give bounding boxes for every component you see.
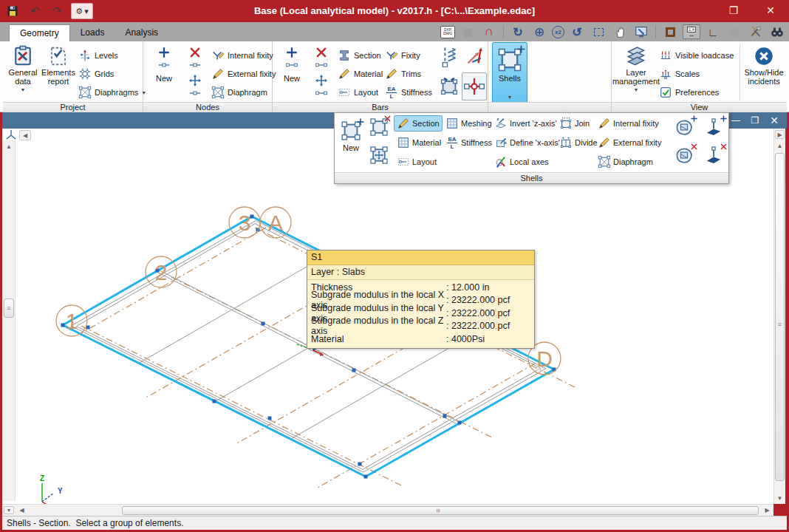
document-restore-button[interactable]: ❐ [747,114,763,127]
diaphragms-button[interactable]: Diaphragms ▼ [78,84,146,100]
flyout-support-add-button[interactable] [700,115,727,140]
horizontal-scrollbar[interactable]: ▾ ◀ ≡ ▶ [2,504,773,516]
bar-section-button[interactable]: Section [338,47,381,64]
flyout-layout-button[interactable]: Layout [394,154,440,170]
horizontal-scrollbar-thumb[interactable]: ≡ [122,506,759,515]
scroll-right-button[interactable]: ▶ [762,506,772,514]
plus-icon [720,115,728,123]
bar-rigid-frame-button[interactable] [437,72,462,100]
bar-layout-button[interactable]: Layout [338,84,378,100]
model-canvas[interactable]: ◀ ▲ ≡ [2,129,773,504]
redraw-button[interactable]: ↺ [568,24,586,39]
bar-trims-button[interactable]: Trims [385,66,421,82]
zoom-extents-button[interactable]: ⊕ [530,24,548,39]
internal-fixity-label: Internal fixity [228,51,273,60]
dimensions-toggle-button[interactable]: 1.4 ↔ [683,24,700,39]
external-fixity-label: External fixity [228,69,276,78]
flyout-diaphragm-button[interactable]: Diaphragm [595,154,656,170]
tab-geometry[interactable]: Geometry [9,24,70,41]
bar-new-button[interactable]: New [277,46,307,83]
flyout-define-x-axis-button[interactable]: Define 'x-axis' [491,134,563,151]
flyout-invert-z-axis-button[interactable]: Invert 'z-axis' [491,115,560,132]
zoom-x2-button[interactable]: x2 [552,26,564,38]
node-new-button[interactable]: New [149,46,179,83]
shell-delete-button[interactable] [366,115,392,140]
flyout-region-add-button[interactable] [671,115,697,140]
flyout-local-axes-button[interactable]: Local axes [491,154,552,170]
flyout-region-delete-button[interactable] [671,143,697,168]
diaphragms-label: Diaphragms [95,88,138,97]
vertical-scrollbar-thumb[interactable]: ≡ [775,153,785,481]
bar-move-button[interactable] [307,74,336,99]
flyout-internal-fixity-button[interactable]: Internal fixity [595,115,662,132]
node-move-button[interactable] [180,74,210,99]
flyout-stiffness-button[interactable]: EA L Stiffness [443,134,495,151]
bar-material-button[interactable]: Material [338,66,383,82]
show-hide-incidents-button[interactable]: Show/Hide incidents [743,43,785,100]
flyout-section-button[interactable]: Section [394,115,443,132]
undo-button[interactable]: ↶ [27,4,43,18]
tools-button[interactable] [747,24,765,39]
bar-fixity-button[interactable]: Fixity [385,47,420,64]
general-data-button[interactable]: General data ▼ [6,43,40,100]
pan-button[interactable] [611,24,629,39]
local-axes-icon [494,155,508,168]
grids-button[interactable]: Grids [78,66,114,82]
flyout-material-button[interactable]: Material [394,134,444,151]
dynamic-rotate-button[interactable]: ↻ [509,24,527,39]
visible-loadcase-button[interactable]: Visible loadcase [659,47,734,64]
close-button[interactable]: ✕ [758,1,783,19]
scroll-down-button[interactable]: ▼ [775,494,785,502]
preferences-button[interactable]: Preferences [659,84,719,100]
panel-expand-button[interactable]: ▶ [775,130,785,139]
vertical-scrollbar[interactable]: ▶ ▲ ≡ ▼ [773,129,785,504]
bar-stiffness-button[interactable]: EA L Stiffness [385,84,432,100]
scales-button[interactable]: Scales [659,66,700,82]
diaphragm-icon [211,86,225,99]
redo-button[interactable]: ↷ [49,4,65,18]
tab-loads[interactable]: Loads [70,24,115,41]
fit-view-button[interactable] [632,24,650,39]
flyout-external-fixity-button[interactable]: External fixity [595,134,664,151]
scroll-up-button[interactable]: ▲ [775,141,785,150]
bar-delete-button[interactable] [307,46,336,71]
layer-management-button[interactable]: Layer management ▼ [616,43,656,100]
flyout-support-delete-button[interactable] [700,143,727,168]
flyout-divide-button[interactable]: Divide [556,134,601,151]
dxf-dwg-export-button[interactable]: DXFDWG [440,26,455,38]
shell-move-button[interactable] [366,143,392,168]
split-view-button[interactable]: ▾ [4,506,14,514]
flyout-join-button[interactable]: Join [556,115,592,132]
document-minimize-button[interactable]: — [728,114,744,127]
zoom-window-button[interactable] [590,24,607,39]
elements-report-button[interactable]: Elements report [41,43,75,100]
plus-icon [285,46,298,59]
node-diaphragm-button[interactable]: Diaphragm [211,84,267,100]
document-close-button[interactable]: ✕ [766,114,782,127]
tooltip-row: Subgrade modulus in the local Z axis: 23… [311,320,530,333]
angle-display-button[interactable]: ∟ [704,24,722,39]
quick-access-settings-button[interactable]: ⚙▾ [71,3,93,19]
node-delete-button[interactable] [180,46,210,71]
node-internal-fixity-button[interactable]: Internal fixity [211,47,273,64]
restore-button[interactable]: ❐ [721,1,746,19]
ribbon-group-project: General data ▼ Elements report Levels Gr… [3,41,143,112]
tab-analysis[interactable]: Analysis [115,24,168,41]
shell-new-button[interactable]: New [338,115,364,157]
layer-management-label: Layer management [612,68,660,86]
bar-trim-extend-button[interactable] [437,43,462,71]
flyout-meshing-button[interactable]: Meshing [443,115,495,132]
scroll-left-button[interactable]: ◀ [17,506,27,514]
status-message: Shells - Section. Select a group of elem… [7,518,183,528]
bar-intersection-node-button[interactable] [462,72,487,100]
bar-local-axes-button[interactable] [462,43,487,71]
outline-mode-button[interactable] [661,24,679,39]
search-button[interactable] [768,24,786,39]
tooltip-row-value: : 23222.000 pcf [446,308,530,318]
node-external-fixity-button[interactable]: External fixity [211,66,276,82]
levels-button[interactable]: Levels [78,47,118,64]
dimension-arrows-icon: ↔ [689,33,695,37]
magnet-snap-button[interactable]: ∩ [480,24,498,39]
save-button[interactable] [4,4,21,18]
shells-button[interactable]: Shells ▼ [492,42,527,111]
